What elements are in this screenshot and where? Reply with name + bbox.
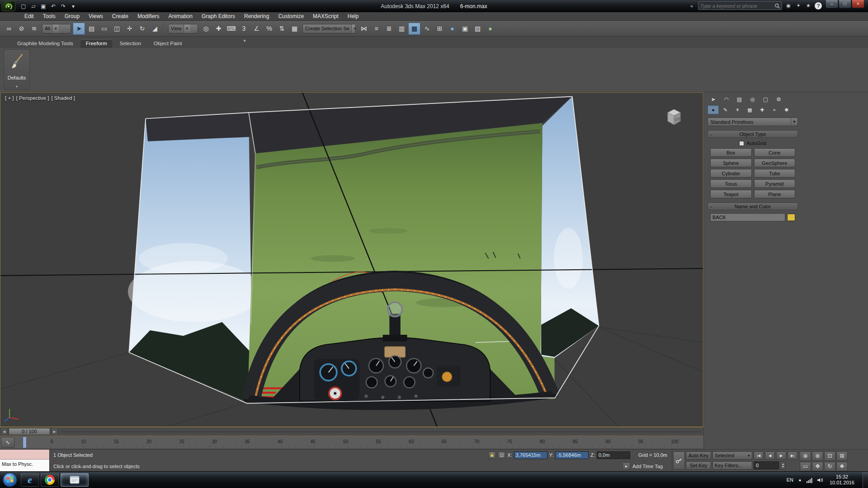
menu-item[interactable]: Customize [274, 12, 308, 20]
rollout-name-color-header[interactable]: - Name and Color [708, 202, 798, 210]
y-coordinate-field[interactable]: -5,56846m [555, 451, 589, 459]
active-window-button[interactable] [61, 473, 89, 487]
time-forward-icon[interactable]: ▸ [51, 428, 58, 435]
absolute-mode-toggle-icon[interactable]: ⊡ [498, 451, 505, 459]
menu-item[interactable]: Edit [20, 12, 38, 20]
viewcube[interactable]: UT [664, 107, 684, 128]
select-by-name-icon[interactable]: ▤ [85, 23, 98, 35]
menu-item[interactable]: Views [84, 12, 108, 20]
unlink-selection-icon[interactable]: ⊘ [15, 23, 28, 35]
object-type-button[interactable]: Cone [754, 148, 796, 157]
category-space-warps-icon[interactable]: ≈ [769, 105, 780, 114]
tab-modify-icon[interactable]: ◠ [722, 95, 731, 103]
viewport[interactable]: [ + ] [ Perspective ] [ Shaded ] UT [0, 92, 703, 427]
ribbon-minimize-icon[interactable]: ▾ [244, 38, 246, 45]
render-setup-icon[interactable]: ▣ [459, 23, 471, 35]
ribbon-tab[interactable]: Graphite Modeling Tools [12, 39, 79, 48]
select-and-move-icon[interactable]: ✛ [123, 23, 136, 35]
edit-named-selection-sets-icon[interactable]: ▦ [288, 23, 301, 35]
set-key-button[interactable]: Set Key [686, 461, 711, 469]
infocenter-collapse-icon[interactable]: « [688, 2, 695, 9]
close-button[interactable]: × [852, 0, 864, 8]
network-icon[interactable] [807, 477, 812, 483]
x-coordinate-field[interactable]: 3,765415m [514, 451, 547, 459]
reference-coordinate-dropdown[interactable]: View▼ [168, 24, 198, 33]
object-type-button[interactable]: Sphere [710, 159, 752, 167]
time-slider-handle[interactable]: 0 / 100 [9, 428, 50, 435]
hidden-icons-chevron[interactable]: ▲ [798, 478, 802, 482]
layer-manager-icon[interactable]: ≣ [383, 23, 395, 35]
chrome-taskbar-button[interactable] [41, 473, 59, 487]
time-tag-icon[interactable]: ▸ [623, 462, 630, 470]
time-back-icon[interactable]: ◂ [1, 428, 8, 435]
pan-view-icon[interactable]: ✥ [812, 462, 823, 471]
z-coordinate-field[interactable]: 0,0m [597, 451, 630, 459]
menu-item[interactable]: Animation [164, 12, 197, 20]
search-icon[interactable] [774, 3, 780, 9]
selection-filter-dropdown[interactable]: All▼ [42, 24, 71, 33]
ribbon-tab[interactable]: Freeform [80, 39, 113, 48]
open-file-icon[interactable]: ▱ [29, 2, 38, 10]
object-type-button[interactable]: Cylinder [710, 169, 752, 178]
menu-item[interactable]: Create [108, 12, 133, 20]
category-geometry-icon[interactable]: ● [708, 105, 719, 114]
tab-motion-icon[interactable]: ◎ [748, 95, 757, 103]
selection-lock-icon[interactable] [488, 451, 496, 459]
panel-expand-icon[interactable]: ▾ [16, 84, 18, 89]
object-name-input[interactable] [710, 213, 785, 221]
zoom-all-icon[interactable]: ⊛ [812, 451, 823, 461]
taskbar-clock[interactable]: 15:32 10.01.2016 [828, 474, 854, 486]
select-and-link-icon[interactable]: ∞ [3, 23, 15, 35]
max-logo-icon[interactable] [2, 1, 15, 11]
menu-item[interactable]: Tools [38, 12, 60, 20]
zoom-region-icon[interactable]: ▭ [800, 462, 811, 471]
category-helpers-icon[interactable]: ✚ [756, 105, 768, 114]
frame-spinner[interactable]: ▲▼ [780, 461, 786, 469]
window-crossing-icon[interactable]: ◫ [111, 23, 123, 35]
orbit-icon[interactable]: ↻ [824, 462, 835, 471]
viewport-menu-pov[interactable]: [ Perspective ] [16, 95, 49, 101]
select-and-rotate-icon[interactable]: ↻ [136, 23, 148, 35]
named-selection-sets-dropdown[interactable]: Create Selection Se▼ [302, 24, 356, 33]
ribbon-panel-defaults[interactable]: Defaults ▾ [4, 49, 30, 90]
keyboard-shortcut-override-icon[interactable]: ⌨ [225, 23, 237, 35]
menu-item[interactable]: Modifiers [133, 12, 164, 20]
graphite-ribbon-toggle-icon[interactable]: ▩ [408, 23, 420, 35]
object-type-button[interactable]: Tube [754, 169, 796, 178]
menu-item[interactable]: Group [60, 12, 84, 20]
spinner-snap-icon[interactable]: ⇅ [276, 23, 288, 35]
rectangular-selection-region-icon[interactable]: ▭ [98, 23, 110, 35]
snaps-toggle-icon[interactable]: 3 [238, 23, 250, 35]
maxscript-mini-listener[interactable]: Max to Physc. [0, 450, 50, 471]
mirror-icon[interactable]: ⋈ [358, 23, 370, 35]
menu-item[interactable]: MAXScript [308, 12, 343, 20]
maximize-button[interactable]: □ [839, 0, 851, 8]
rollout-object-type-header[interactable]: - Object Type [708, 130, 798, 138]
help-icon[interactable]: ? [815, 2, 822, 9]
angle-snap-icon[interactable]: ∠ [250, 23, 263, 35]
language-indicator[interactable]: EN [787, 477, 793, 483]
zoom-extents-icon[interactable]: ⊡ [824, 451, 835, 461]
menu-item[interactable]: Rendering [240, 12, 274, 20]
percent-snap-icon[interactable]: % [263, 23, 275, 35]
time-slider-track[interactable] [61, 431, 701, 432]
select-object-icon[interactable]: ➤ [73, 23, 85, 35]
object-type-button[interactable]: Teapot [710, 190, 752, 198]
show-desktop-button[interactable] [863, 472, 868, 488]
set-keys-icon[interactable] [673, 451, 685, 469]
volume-icon[interactable] [817, 477, 823, 483]
maximize-viewport-toggle-icon[interactable]: ❖ [836, 462, 848, 471]
add-time-tag-label[interactable]: Add Time Tag [632, 464, 663, 469]
macro-recorder-pane[interactable] [0, 450, 49, 460]
primitives-dropdown[interactable]: Standard Primitives ▼ [708, 117, 798, 126]
scene-explorer-icon[interactable]: ▥ [396, 23, 408, 35]
key-set-dropdown[interactable]: Selected ▼ [712, 451, 752, 460]
ie-taskbar-button[interactable]: e [21, 473, 39, 487]
category-lights-icon[interactable]: ☀ [732, 105, 743, 114]
undo-icon[interactable]: ↶ [49, 2, 58, 10]
schematic-view-icon[interactable]: ⊞ [434, 23, 446, 35]
ribbon-tab[interactable]: Selection [114, 39, 146, 48]
tab-hierarchy-icon[interactable]: ▤ [735, 95, 744, 103]
viewport-menu-shading[interactable]: [ Shaded ] [51, 95, 75, 101]
select-and-manipulate-icon[interactable]: ✚ [212, 23, 225, 35]
